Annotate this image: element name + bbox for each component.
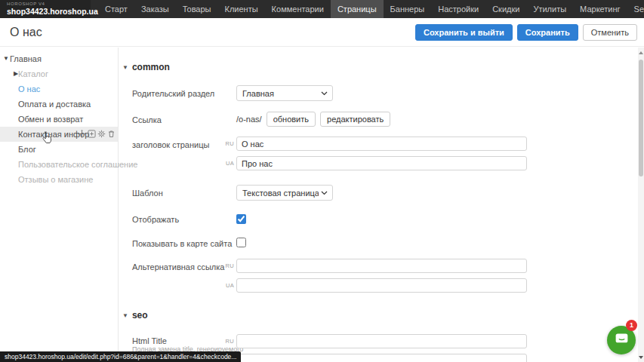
save-and-exit-button[interactable]: Сохранить и выйти — [415, 24, 513, 41]
chevron-down-icon: ▼ — [122, 312, 128, 319]
alt-link-ru-input[interactable] — [236, 259, 527, 273]
tree-item-about[interactable]: О нас — [0, 81, 118, 97]
nav-item-products[interactable]: Товары — [176, 0, 218, 18]
tree-item-contact-info[interactable]: Контактная инфор — [0, 127, 118, 142]
page-header: О нас Сохранить и выйти Сохранить Отмени… — [0, 18, 644, 47]
ua-tag: UA — [220, 282, 234, 289]
scroll-down-arrow[interactable] — [639, 356, 643, 359]
parent-section-select[interactable]: Главная — [236, 85, 333, 101]
alt-link-ua-input[interactable] — [236, 278, 527, 293]
pages-tree-sidebar: ▼ Главная ▶ Каталог О нас Оплата и доста… — [0, 48, 119, 362]
tree-item-actions — [78, 130, 116, 138]
display-checkbox[interactable] — [236, 214, 246, 224]
page-edit-form: ▼common Родительский раздел Главная Ссыл… — [119, 48, 638, 362]
link-controls: /o-nas/ обновить редактировать — [236, 112, 390, 127]
tree-item-label: Главная — [10, 51, 42, 66]
status-bar-url: shop34423.horoshop.ua/edit/edit.php?id=6… — [0, 351, 241, 362]
vertical-scrollbar[interactable] — [638, 48, 644, 362]
link-path: /o-nas/ — [236, 115, 262, 124]
page-title-field-label: заголовок страницы — [132, 140, 209, 149]
tree-item-label: О нас — [18, 81, 40, 97]
section-seo[interactable]: ▼seo — [122, 310, 148, 321]
parent-section-label: Родительский раздел — [132, 89, 214, 98]
tree-item-catalog[interactable]: ▶ Каталог — [0, 66, 118, 81]
html-title-ru-input[interactable] — [236, 334, 527, 348]
tree-item-store-reviews[interactable]: Отзывы о магазине — [0, 172, 118, 187]
page-title-ua-input[interactable] — [236, 156, 527, 170]
scrollbar-thumb[interactable] — [639, 60, 643, 176]
tree-item-label: Пользовательское соглашение — [18, 157, 137, 172]
parent-section-select-wrap: Главная — [236, 85, 333, 101]
tree-item-label: Обмен и возврат — [18, 112, 83, 127]
nav-item-clients[interactable]: Клиенты — [218, 0, 265, 18]
alt-link-label: Альтернативная ссылка — [132, 262, 224, 272]
chevron-down-icon: ▼ — [122, 64, 128, 71]
brand-version: HOROSHOP V4 — [7, 2, 91, 7]
link-label: Ссылка — [132, 115, 162, 124]
chevron-down-icon[interactable]: ▼ — [2, 51, 10, 66]
brand-logo[interactable]: HOROSHOP V4 shop34423.horoshop.ua — [0, 0, 91, 18]
nav-item-orders[interactable]: Заказы — [134, 0, 176, 18]
chat-unread-badge: 1 — [626, 320, 637, 331]
tree-item-label: Блог — [18, 142, 36, 157]
move-icon[interactable] — [78, 130, 86, 138]
tree-item-label: Каталог — [18, 66, 48, 81]
section-common-title: common — [132, 62, 170, 72]
ru-tag: RU — [220, 262, 234, 269]
display-label: Отображать — [132, 215, 179, 224]
admin-page-editor: HOROSHOP V4 shop34423.horoshop.ua Старт … — [0, 0, 644, 362]
template-select-wrap: Текстовая страница — [236, 185, 333, 201]
template-select[interactable]: Текстовая страница — [236, 185, 333, 201]
ru-tag: RU — [220, 338, 234, 345]
settings-icon[interactable] — [97, 130, 106, 138]
sitemap-checkbox[interactable] — [236, 238, 246, 247]
tree-item-label: Отзывы о магазине — [18, 172, 93, 187]
delete-icon[interactable] — [107, 130, 116, 138]
ua-tag: UA — [220, 160, 234, 167]
nav-item-marketing[interactable]: Маркетинг — [573, 0, 627, 18]
save-button[interactable]: Сохранить — [517, 24, 578, 41]
section-seo-title: seo — [132, 310, 148, 321]
add-icon[interactable] — [88, 130, 96, 138]
nav-item-comments[interactable]: Комментарии — [265, 0, 331, 18]
header-actions: Сохранить и выйти Сохранить Отменить — [415, 24, 637, 41]
html-title-ua-input[interactable] — [236, 354, 527, 362]
tree-item-label: Оплата и доставка — [18, 97, 91, 112]
page-title: О нас — [10, 26, 42, 39]
scroll-up-arrow[interactable] — [639, 51, 643, 54]
tree-item-user-agreement[interactable]: Пользовательское соглашение — [0, 157, 118, 172]
ru-tag: RU — [220, 140, 234, 147]
html-title-label: Html Title — [132, 336, 167, 345]
cancel-button[interactable]: Отменить — [583, 24, 637, 41]
section-common[interactable]: ▼common — [122, 62, 170, 72]
edit-link-button[interactable]: редактировать — [320, 112, 390, 127]
nav-item-pages[interactable]: Страницы — [331, 0, 384, 18]
nav-item-start[interactable]: Старт — [98, 0, 134, 18]
tree-item-exchange-return[interactable]: Обмен и возврат — [0, 112, 118, 127]
nav-item-discounts[interactable]: Скидки — [485, 0, 526, 18]
tree-item-blog[interactable]: Блог — [0, 142, 118, 157]
tree-item-payment-delivery[interactable]: Оплата и доставка — [0, 97, 118, 112]
sitemap-label: Показывать в карте сайта — [132, 239, 232, 248]
chat-bubble-icon — [614, 331, 630, 350]
main-menu: Старт Заказы Товары Клиенты Комментарии … — [98, 0, 644, 18]
tree-item-home[interactable]: ▼ Главная — [0, 51, 118, 66]
nav-item-banners[interactable]: Баннеры — [384, 0, 432, 18]
brand-domain: shop34423.horoshop.ua — [7, 7, 91, 16]
template-label: Шаблон — [132, 189, 163, 198]
refresh-link-button[interactable]: обновить — [267, 112, 316, 127]
nav-item-utilities[interactable]: Утилиты — [526, 0, 573, 18]
page-title-ru-input[interactable] — [236, 137, 527, 151]
top-navbar: HOROSHOP V4 shop34423.horoshop.ua Старт … — [0, 0, 644, 18]
nav-item-seo[interactable]: Seo — [627, 0, 644, 18]
nav-item-settings[interactable]: Настройки — [431, 0, 485, 18]
